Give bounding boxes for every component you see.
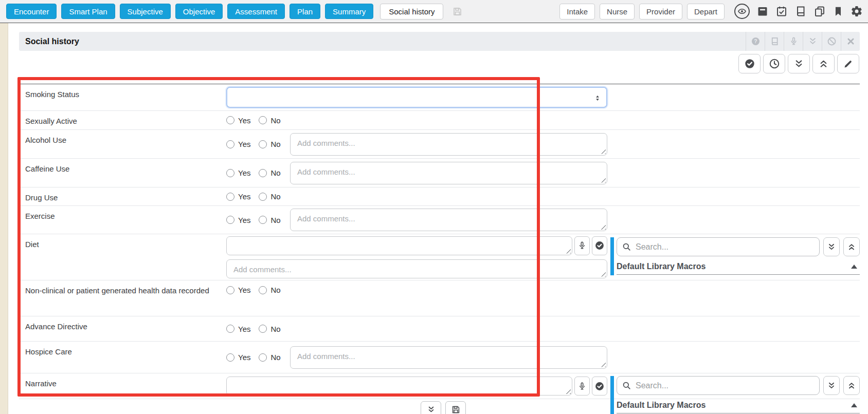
radio-no[interactable] xyxy=(259,353,267,362)
edit-pencil-button[interactable] xyxy=(837,54,859,73)
radio-yes[interactable] xyxy=(226,353,234,362)
macros-search-input[interactable] xyxy=(617,376,820,395)
select-stepper-icon xyxy=(593,92,602,104)
book-icon[interactable] xyxy=(765,32,784,51)
help-icon[interactable]: ? xyxy=(746,32,765,51)
settings-icon[interactable] xyxy=(851,5,863,17)
phase-button-intake[interactable]: Intake xyxy=(559,4,595,20)
radio-no[interactable] xyxy=(259,216,267,224)
phase-button-nurse[interactable]: Nurse xyxy=(600,4,635,20)
radio-yes[interactable] xyxy=(226,286,234,294)
panel-accent-bar xyxy=(610,237,614,275)
footer-expand-button[interactable] xyxy=(421,401,441,414)
radio-no[interactable] xyxy=(259,169,267,177)
radio-yes[interactable] xyxy=(226,116,234,124)
eye-icon[interactable] xyxy=(734,4,750,19)
expand-all-button[interactable] xyxy=(788,54,810,73)
phase-button-provider[interactable]: Provider xyxy=(639,4,682,20)
nav-button-smart-plan[interactable]: Smart Plan xyxy=(61,4,115,19)
footer-save-button[interactable] xyxy=(445,401,466,414)
radio-yes-label: Yes xyxy=(238,286,250,294)
tab-social-history[interactable]: Social history xyxy=(380,4,443,20)
archive-icon[interactable] xyxy=(756,5,769,17)
collapse-triangle-icon xyxy=(851,403,857,407)
diet-comments-input[interactable] xyxy=(226,259,607,278)
caffeine-use-comments-input[interactable] xyxy=(290,162,607,184)
diet-microphone-button[interactable] xyxy=(574,236,590,255)
diet-text-input[interactable] xyxy=(226,236,572,255)
row-label: Advance Directive xyxy=(19,316,226,341)
radio-no[interactable] xyxy=(259,116,267,124)
microphone-icon[interactable] xyxy=(784,32,803,51)
top-toolbar: Encounter Smart Plan Subjective Objectiv… xyxy=(0,0,868,23)
row-alcohol-use: Alcohol Use Yes No xyxy=(19,130,860,159)
svg-text:?: ? xyxy=(754,39,757,44)
radio-yes[interactable] xyxy=(226,325,234,333)
close-icon[interactable] xyxy=(841,32,860,51)
section-title: Social history xyxy=(19,37,79,46)
radio-no[interactable] xyxy=(259,193,267,201)
row-label: Diet xyxy=(19,234,226,280)
nav-button-objective[interactable]: Objective xyxy=(175,4,223,19)
form-footer-buttons xyxy=(421,401,466,414)
panel-expand-button[interactable] xyxy=(823,376,840,395)
nav-button-encounter[interactable]: Encounter xyxy=(6,4,57,19)
ban-icon[interactable] xyxy=(822,32,841,51)
panel-collapse-button[interactable] xyxy=(843,376,860,395)
radio-no-label: No xyxy=(270,116,280,125)
row-caffeine-use: Caffeine Use Yes No xyxy=(19,159,860,187)
bookmark-icon[interactable] xyxy=(833,6,844,17)
panel-expand-button[interactable] xyxy=(823,237,840,256)
row-drug-use: Drug Use Yes No xyxy=(19,187,860,206)
hospice-care-radio-group: Yes No xyxy=(226,353,284,362)
radio-yes[interactable] xyxy=(226,193,234,201)
smoking-status-select[interactable] xyxy=(226,87,607,108)
radio-yes[interactable] xyxy=(226,169,234,177)
left-margin-strip xyxy=(0,23,8,414)
collapse-all-button[interactable] xyxy=(812,54,835,73)
radio-no[interactable] xyxy=(259,140,267,148)
radio-no[interactable] xyxy=(259,286,267,294)
alcohol-use-radio-group: Yes No xyxy=(226,140,284,148)
exercise-comments-input[interactable] xyxy=(290,209,607,231)
phase-button-depart[interactable]: Depart xyxy=(687,4,725,20)
radio-yes-label: Yes xyxy=(238,140,250,148)
toolbar-icon-group xyxy=(734,4,863,19)
copy-icon[interactable] xyxy=(813,5,826,17)
check-circle-button[interactable] xyxy=(738,54,761,73)
narrative-check-button[interactable] xyxy=(592,377,607,396)
radio-yes[interactable] xyxy=(226,140,234,148)
radio-yes-label: Yes xyxy=(238,168,250,177)
radio-no-label: No xyxy=(270,286,280,294)
macros-search-input[interactable] xyxy=(617,237,820,256)
macros-group-header[interactable]: Default Library Macros xyxy=(617,398,860,413)
radio-no[interactable] xyxy=(259,325,267,333)
history-clock-button[interactable] xyxy=(763,54,785,73)
macros-group-header[interactable]: Default Library Macros xyxy=(617,259,860,275)
macros-panel-diet: Default Library Macros xyxy=(610,237,860,275)
section-header: Social history ? xyxy=(19,32,860,51)
panel-accent-bar xyxy=(610,376,614,414)
row-advance-directive: Advance Directive Yes No xyxy=(19,316,860,342)
exercise-radio-group: Yes No xyxy=(226,216,284,224)
alcohol-use-comments-input[interactable] xyxy=(290,133,607,156)
diet-check-button[interactable] xyxy=(592,236,607,255)
hospice-care-comments-input[interactable] xyxy=(290,346,607,369)
radio-no-label: No xyxy=(270,140,280,148)
calendar-check-icon[interactable] xyxy=(775,5,788,17)
radio-no-label: No xyxy=(270,192,280,201)
row-smoking-status: Smoking Status xyxy=(19,84,860,111)
nav-button-subjective[interactable]: Subjective xyxy=(120,4,171,19)
nav-button-assessment[interactable]: Assessment xyxy=(227,4,285,19)
book-icon[interactable] xyxy=(794,5,807,17)
collapse-icon[interactable] xyxy=(803,32,822,51)
nav-button-summary[interactable]: Summary xyxy=(325,4,373,19)
radio-yes[interactable] xyxy=(226,216,234,224)
narrative-microphone-button[interactable] xyxy=(574,377,590,396)
narrative-text-input[interactable] xyxy=(226,377,572,396)
macros-group-title: Default Library Macros xyxy=(617,262,706,271)
nav-button-plan[interactable]: Plan xyxy=(290,4,320,19)
section-action-buttons xyxy=(738,54,859,73)
row-exercise: Exercise Yes No xyxy=(19,206,860,234)
panel-collapse-button[interactable] xyxy=(843,237,860,256)
